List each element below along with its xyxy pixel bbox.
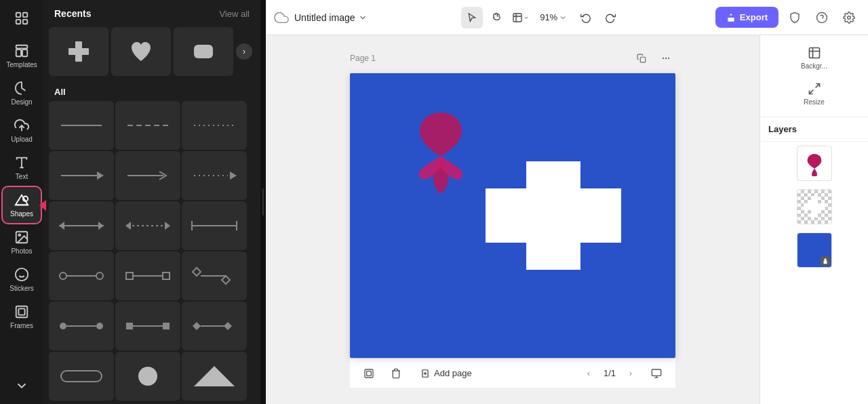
- resize-tool-button[interactable]: Resize: [795, 77, 833, 111]
- svg-rect-73: [652, 369, 660, 376]
- svg-rect-2: [16, 20, 20, 24]
- shape-dotted-line[interactable]: [182, 101, 247, 150]
- shape-partial-1[interactable]: [49, 352, 114, 401]
- svg-marker-25: [97, 171, 104, 180]
- zoom-control[interactable]: 91%: [534, 9, 572, 25]
- layer-item-ribbon[interactable]: [797, 146, 832, 181]
- right-side-panel: Backgr... Resize Layers: [760, 35, 868, 404]
- sidebar-item-stickers[interactable]: Stickers: [3, 262, 41, 298]
- sidebar-item-upload[interactable]: Upload: [3, 113, 41, 148]
- shape-partial-3[interactable]: [182, 352, 247, 401]
- collapse-button[interactable]: [3, 373, 41, 399]
- recents-next-button[interactable]: ›: [236, 43, 252, 60]
- recent-thumb-cross[interactable]: [49, 27, 108, 76]
- shapes-row-1: [49, 101, 255, 150]
- shape-measure-arrow[interactable]: [182, 201, 247, 250]
- shape-arrow-right-open[interactable]: [115, 151, 180, 200]
- sidebar-item-design[interactable]: Design: [3, 75, 41, 111]
- sidebar-item-templates[interactable]: Templates: [3, 38, 41, 74]
- page-more-button[interactable]: [656, 49, 675, 68]
- all-label: All: [43, 81, 260, 101]
- svg-marker-58: [194, 366, 235, 386]
- help-button[interactable]: [811, 7, 833, 28]
- svg-point-47: [60, 323, 66, 329]
- add-page-icon: [420, 369, 430, 378]
- next-page-button[interactable]: ›: [621, 364, 640, 383]
- shape-dashed-line[interactable]: [115, 101, 180, 150]
- svg-rect-16: [16, 306, 28, 318]
- svg-point-38: [60, 272, 66, 279]
- shape-double-arrow[interactable]: [49, 201, 114, 250]
- page-thumbnail-button[interactable]: [358, 363, 380, 384]
- prev-page-button[interactable]: ‹: [579, 364, 598, 383]
- hand-icon: [491, 12, 502, 23]
- page-label: Page 1: [350, 54, 376, 63]
- svg-rect-3: [23, 20, 27, 24]
- shapes-row-6: [49, 352, 255, 401]
- present-icon: [651, 368, 662, 379]
- svg-rect-5: [16, 49, 21, 56]
- svg-point-49: [96, 323, 103, 329]
- svg-rect-67: [486, 188, 621, 243]
- trash-icon: [391, 368, 401, 379]
- document-title[interactable]: Untitled image: [294, 12, 368, 23]
- hand-tool-button[interactable]: [486, 7, 507, 28]
- svg-line-77: [815, 84, 819, 88]
- export-button[interactable]: Export: [715, 7, 778, 28]
- select-tool-button[interactable]: [461, 7, 483, 28]
- layer-item-background[interactable]: [797, 233, 832, 268]
- shape-filled-diamond-ends[interactable]: [182, 302, 247, 350]
- recent-thumb-heart[interactable]: [111, 27, 171, 76]
- view-icon: [512, 12, 523, 23]
- sidebar-item-shapes[interactable]: Shapes: [3, 187, 41, 223]
- layer-item-cross[interactable]: [797, 189, 832, 224]
- svg-point-63: [663, 58, 664, 59]
- shape-diamond-ends-line[interactable]: [182, 251, 247, 300]
- undo-button[interactable]: [575, 7, 597, 28]
- frames-icon: [14, 304, 29, 319]
- svg-rect-69: [367, 371, 372, 376]
- shapes-row-3: [49, 201, 255, 250]
- sidebar-item-photos[interactable]: Photos: [3, 224, 41, 260]
- sidebar-item-frames[interactable]: Frames: [3, 299, 41, 335]
- svg-rect-41: [126, 272, 133, 279]
- shape-arrow-right-plain[interactable]: [49, 151, 114, 200]
- present-button[interactable]: [646, 363, 667, 384]
- view-all-link[interactable]: View all: [219, 9, 250, 19]
- shape-double-arrow-dotted[interactable]: [115, 201, 180, 250]
- delete-page-button[interactable]: [385, 363, 407, 384]
- canvas-area: Page 1: [266, 35, 868, 404]
- shape-solid-line[interactable]: [49, 101, 114, 150]
- page-copy-button[interactable]: [632, 49, 651, 68]
- settings-button[interactable]: [838, 7, 860, 28]
- logo-button[interactable]: [3, 5, 41, 31]
- shape-partial-2[interactable]: [115, 352, 180, 401]
- shape-circle-ends-line[interactable]: [49, 251, 114, 300]
- recent-thumb-rounded-rect[interactable]: [174, 27, 233, 76]
- svg-rect-19: [68, 48, 89, 55]
- svg-rect-68: [365, 369, 373, 378]
- sidebar-item-text[interactable]: Text: [3, 150, 41, 186]
- svg-rect-76: [809, 48, 819, 58]
- design-icon: [14, 81, 29, 96]
- page-options: [632, 49, 675, 68]
- shape-filled-square-ends[interactable]: [115, 302, 180, 350]
- panel-resize-handle[interactable]: [260, 0, 266, 404]
- redo-button[interactable]: [599, 7, 621, 28]
- shield-icon-button[interactable]: [784, 7, 806, 28]
- resize-icon: [808, 82, 821, 96]
- shape-filled-circle-ends[interactable]: [49, 302, 114, 350]
- shape-square-ends-line[interactable]: [115, 251, 180, 300]
- cloud-icon: [274, 10, 289, 25]
- background-tool-button[interactable]: Backgr...: [795, 41, 833, 75]
- shape-arrow-right-dotted[interactable]: [182, 151, 247, 200]
- chevron-down-icon: [14, 378, 29, 393]
- svg-rect-62: [640, 57, 646, 62]
- copy-icon: [637, 54, 646, 63]
- canvas-scroll: Page 1: [266, 35, 760, 404]
- canva-logo-icon: [14, 11, 29, 26]
- add-page-button[interactable]: Add page: [412, 364, 480, 382]
- view-options-button[interactable]: [510, 7, 532, 28]
- svg-marker-55: [224, 322, 232, 330]
- shapes-row-5: [49, 302, 255, 350]
